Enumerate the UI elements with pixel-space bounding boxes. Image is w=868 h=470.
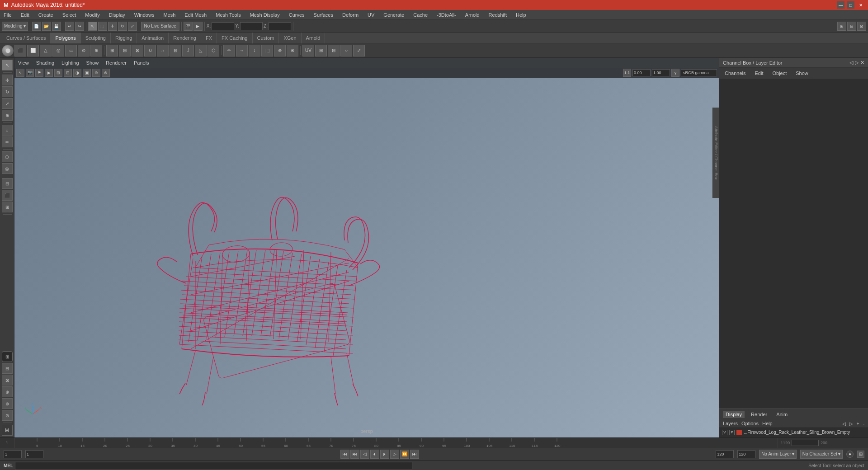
layer-icon-1[interactable]: ◁ <box>842 421 846 426</box>
menu-cache[interactable]: Cache <box>411 11 429 19</box>
next-key-button[interactable]: ⏩ <box>400 450 409 459</box>
rotate-tool-left[interactable]: ↻ <box>2 86 13 97</box>
select-tool-button[interactable]: ↖ <box>88 22 97 31</box>
tab-sculpting[interactable]: Sculpting <box>81 33 111 43</box>
shelf-torus[interactable]: ◎ <box>52 45 64 56</box>
persp-grid-left[interactable]: ⊟ <box>2 363 13 374</box>
paint-select-left[interactable]: ✏ <box>2 136 13 147</box>
tab-polygons[interactable]: Polygons <box>51 33 80 43</box>
cb-tab-edit[interactable]: Edit <box>753 70 765 77</box>
timeline-range-bar[interactable] <box>792 440 819 446</box>
shelf-spherical-map[interactable]: ○ <box>340 45 352 56</box>
vp-menu-renderer[interactable]: Renderer <box>106 60 127 66</box>
close-button[interactable]: ✕ <box>857 1 864 9</box>
tab-custom[interactable]: Custom <box>253 33 279 43</box>
menu-edit-mesh[interactable]: Edit Mesh <box>183 11 208 19</box>
rotate-tool-button[interactable]: ↻ <box>118 22 127 31</box>
redo-button[interactable]: ↪ <box>75 22 84 31</box>
shelf-offset-edge[interactable]: ↕ <box>249 45 260 56</box>
layout-btn-2[interactable]: ⊟ <box>847 22 856 31</box>
menu-select[interactable]: Select <box>61 11 78 19</box>
timeline-ruler[interactable]: 5 10 15 20 25 30 35 40 45 50 5 <box>14 438 778 448</box>
frame-range-end-field[interactable]: 120 <box>716 450 734 458</box>
mode-dropdown[interactable]: Modeling ▾ <box>2 22 28 31</box>
x-field[interactable] <box>212 22 234 30</box>
dr-tab-display[interactable]: Display <box>723 411 745 418</box>
menu-display[interactable]: Display <box>107 11 127 19</box>
y-field[interactable] <box>240 22 263 30</box>
dr-tab-anim[interactable]: Anim <box>774 411 790 418</box>
char-set-button-2[interactable]: ⊞ <box>857 451 864 458</box>
undo-button[interactable]: ↩ <box>65 22 74 31</box>
vp-camera-btn[interactable]: 📷 <box>26 69 34 77</box>
move-tool-button[interactable]: ✛ <box>108 22 117 31</box>
gamma-dropdown[interactable]: sRGB gamma <box>681 69 717 76</box>
menu-modify[interactable]: Modify <box>83 11 101 19</box>
vp-value-field-1[interactable]: 0.00 <box>632 69 651 76</box>
shelf-cone[interactable]: △ <box>40 45 52 56</box>
component-mode-left[interactable]: ⬡ <box>2 151 13 162</box>
layer-icon-3[interactable]: + <box>857 421 859 426</box>
scale-tool-left[interactable]: ⤢ <box>2 98 13 109</box>
layers-btn-help[interactable]: Help <box>762 421 773 426</box>
layer-color-swatch[interactable] <box>736 430 742 435</box>
render-settings-button[interactable]: 🎬 <box>184 22 193 31</box>
tab-fx[interactable]: FX <box>201 33 217 43</box>
save-scene-button[interactable]: 💾 <box>52 22 61 31</box>
tab-fx-caching[interactable]: FX Caching <box>217 33 252 43</box>
shelf-uv-editor[interactable]: UV <box>302 45 314 56</box>
cb-close-btn[interactable]: ✕ <box>860 60 864 66</box>
dr-tab-render[interactable]: Render <box>748 411 770 418</box>
vp-bookmark-btn[interactable]: ⚑ <box>35 69 43 77</box>
tab-arnold[interactable]: Arnold <box>302 33 326 43</box>
shelf-append-poly[interactable]: ⊕ <box>274 45 286 56</box>
tab-animation[interactable]: Animation <box>137 33 169 43</box>
shelf-edge-loop[interactable]: ↔ <box>236 45 248 56</box>
relax-left[interactable]: ⊞ <box>2 202 13 212</box>
no-char-set-dropdown[interactable]: No Character Set ▾ <box>800 450 843 459</box>
layer-icon-4[interactable]: - <box>863 421 864 426</box>
play-forward-button[interactable]: ⏵ <box>380 450 389 459</box>
menu-create[interactable]: Create <box>37 11 55 19</box>
vp-texture-btn[interactable]: ▣ <box>83 69 91 77</box>
menu-redshift[interactable]: Redshift <box>487 11 509 19</box>
vp-menu-show[interactable]: Show <box>86 60 99 66</box>
go-end-button[interactable]: ⏭ <box>410 450 419 459</box>
tab-xgen[interactable]: XGen <box>279 33 301 43</box>
menu-mesh-tools[interactable]: Mesh Tools <box>214 11 242 19</box>
shelf-sphere[interactable]: ⬤ <box>2 45 14 56</box>
new-scene-button[interactable]: 📄 <box>32 22 41 31</box>
shelf-plane[interactable]: ▭ <box>65 45 77 56</box>
shelf-boolean-union[interactable]: ∪ <box>144 45 156 56</box>
shelf-disc[interactable]: ⊙ <box>78 45 90 56</box>
display-settings-left[interactable]: ⊞ <box>2 351 13 362</box>
lasso-select-button[interactable]: ⬚ <box>98 22 107 31</box>
menu-edit[interactable]: Edit <box>19 11 31 19</box>
frame-range-start-field[interactable]: 1 <box>25 450 43 458</box>
vp-select-btn[interactable]: ↖ <box>16 69 24 77</box>
no-live-surface-button[interactable]: No Live Surface <box>141 22 179 31</box>
shelf-separate[interactable]: ⊟ <box>119 45 131 56</box>
shelf-combine[interactable]: ⊞ <box>106 45 118 56</box>
sculpt-left[interactable]: ⬛ <box>2 190 13 201</box>
vp-playblast-btn[interactable]: ▶ <box>45 69 53 77</box>
shelf-cylindrical-map[interactable]: ⊟ <box>328 45 340 56</box>
extra-left-1[interactable]: ⊗ <box>2 398 13 409</box>
shelf-fill-hole[interactable]: ⬚ <box>261 45 273 56</box>
cb-header-btn-2[interactable]: ▷ <box>855 60 859 66</box>
shelf-boolean-diff[interactable]: ∩ <box>157 45 169 56</box>
vp-grid-btn[interactable]: ⊞ <box>54 69 62 77</box>
cb-tab-object[interactable]: Object <box>770 70 788 77</box>
prev-key-button[interactable]: ⏭ <box>350 450 359 459</box>
maximize-button[interactable]: □ <box>847 1 854 9</box>
layout-btn-3[interactable]: ⊠ <box>857 22 866 31</box>
snap-to-left[interactable]: ◎ <box>2 163 13 174</box>
scale-tool-button[interactable]: ⤢ <box>128 22 137 31</box>
layers-btn-options[interactable]: Options <box>741 421 759 426</box>
vp-menu-panels[interactable]: Panels <box>134 60 149 66</box>
shelf-extract[interactable]: ⊠ <box>132 45 143 56</box>
ortho-grid-left[interactable]: ⊠ <box>2 375 13 385</box>
menu-3dtoall[interactable]: -3DtoAll- <box>435 11 458 19</box>
attribute-editor-strip[interactable]: Attribute Editor / Channel Box <box>712 108 719 198</box>
layer-vis-v[interactable]: V <box>722 430 727 435</box>
